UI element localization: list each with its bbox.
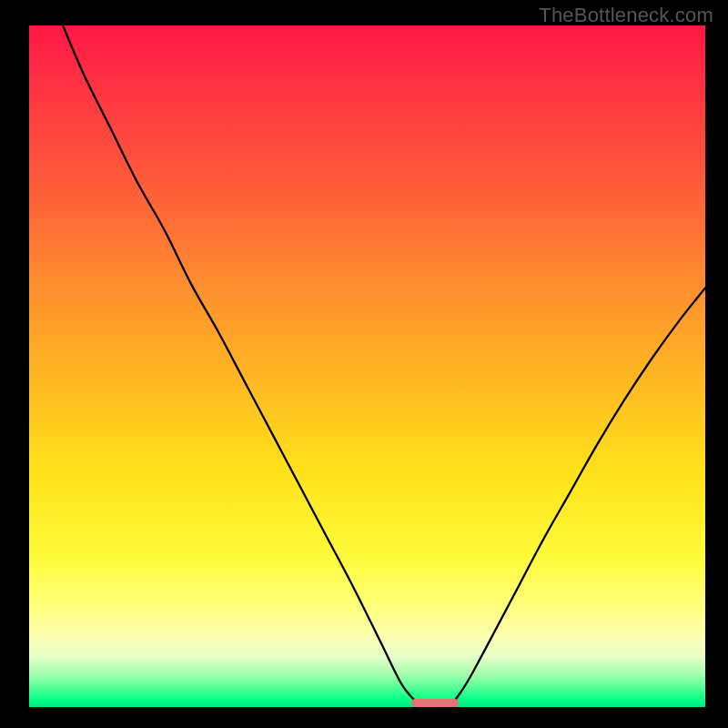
curve-left-branch xyxy=(63,25,414,701)
bottleneck-curve xyxy=(29,25,705,707)
plot-area xyxy=(29,25,705,707)
watermark-text: TheBottleneck.com xyxy=(539,4,713,27)
optimal-range-marker xyxy=(411,699,459,707)
chart-frame xyxy=(29,25,705,707)
curve-right-branch xyxy=(455,288,705,700)
